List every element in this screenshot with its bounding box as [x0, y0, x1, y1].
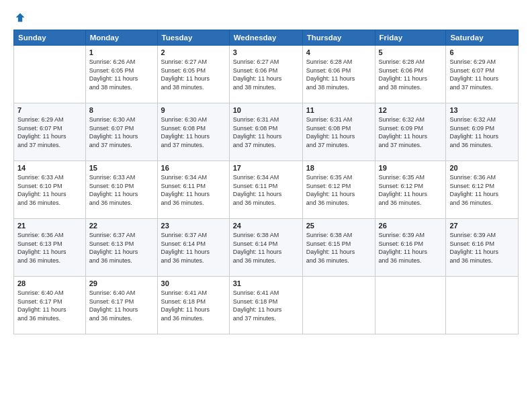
day-info: Sunrise: 6:36 AM Sunset: 6:12 PM Dayligh… — [449, 173, 515, 207]
day-info: Sunrise: 6:40 AM Sunset: 6:17 PM Dayligh… — [89, 289, 154, 322]
calendar-cell: 18Sunrise: 6:35 AM Sunset: 6:12 PM Dayli… — [302, 161, 375, 219]
calendar-cell: 11Sunrise: 6:31 AM Sunset: 6:08 PM Dayli… — [302, 103, 375, 161]
calendar: SundayMondayTuesdayWednesdayThursdayFrid… — [13, 30, 519, 334]
day-number: 2 — [161, 48, 226, 56]
calendar-cell: 4Sunrise: 6:28 AM Sunset: 6:06 PM Daylig… — [302, 46, 375, 103]
day-info: Sunrise: 6:37 AM Sunset: 6:13 PM Dayligh… — [89, 231, 154, 265]
logo-icon — [15, 12, 26, 23]
day-info: Sunrise: 6:26 AM Sunset: 6:05 PM Dayligh… — [89, 58, 154, 91]
calendar-cell — [446, 277, 519, 334]
day-info: Sunrise: 6:28 AM Sunset: 6:06 PM Dayligh… — [306, 58, 371, 91]
calendar-cell: 21Sunrise: 6:36 AM Sunset: 6:13 PM Dayli… — [14, 219, 86, 277]
weekday-header-thursday: Thursday — [302, 30, 375, 46]
week-row-2: 7Sunrise: 6:29 AM Sunset: 6:07 PM Daylig… — [14, 103, 519, 161]
day-info: Sunrise: 6:33 AM Sunset: 6:10 PM Dayligh… — [17, 173, 82, 207]
day-info: Sunrise: 6:35 AM Sunset: 6:12 PM Dayligh… — [306, 173, 371, 207]
calendar-cell — [14, 46, 86, 103]
week-row-1: 1Sunrise: 6:26 AM Sunset: 6:05 PM Daylig… — [14, 46, 519, 103]
weekday-header-wednesday: Wednesday — [229, 30, 302, 46]
day-info: Sunrise: 6:34 AM Sunset: 6:11 PM Dayligh… — [233, 173, 299, 207]
day-info: Sunrise: 6:39 AM Sunset: 6:16 PM Dayligh… — [379, 231, 443, 265]
calendar-cell: 7Sunrise: 6:29 AM Sunset: 6:07 PM Daylig… — [14, 103, 86, 161]
day-number: 1 — [89, 48, 154, 56]
calendar-cell: 12Sunrise: 6:32 AM Sunset: 6:09 PM Dayli… — [375, 103, 446, 161]
day-info: Sunrise: 6:31 AM Sunset: 6:08 PM Dayligh… — [233, 116, 299, 149]
weekday-header-row: SundayMondayTuesdayWednesdayThursdayFrid… — [14, 30, 519, 46]
day-info: Sunrise: 6:41 AM Sunset: 6:18 PM Dayligh… — [161, 289, 226, 322]
day-number: 21 — [17, 222, 82, 230]
logo — [13, 12, 26, 23]
logo-text — [13, 12, 26, 23]
day-info: Sunrise: 6:40 AM Sunset: 6:17 PM Dayligh… — [17, 289, 82, 322]
calendar-cell: 17Sunrise: 6:34 AM Sunset: 6:11 PM Dayli… — [229, 161, 302, 219]
day-number: 3 — [233, 48, 299, 56]
day-info: Sunrise: 6:31 AM Sunset: 6:08 PM Dayligh… — [306, 116, 371, 149]
calendar-cell: 16Sunrise: 6:34 AM Sunset: 6:11 PM Dayli… — [157, 161, 229, 219]
calendar-cell: 15Sunrise: 6:33 AM Sunset: 6:10 PM Dayli… — [85, 161, 157, 219]
calendar-cell: 13Sunrise: 6:32 AM Sunset: 6:09 PM Dayli… — [446, 103, 519, 161]
calendar-cell: 1Sunrise: 6:26 AM Sunset: 6:05 PM Daylig… — [85, 46, 157, 103]
day-info: Sunrise: 6:27 AM Sunset: 6:06 PM Dayligh… — [233, 58, 299, 91]
day-number: 6 — [449, 48, 515, 56]
calendar-cell — [302, 277, 375, 334]
day-info: Sunrise: 6:36 AM Sunset: 6:13 PM Dayligh… — [17, 231, 82, 265]
calendar-cell: 29Sunrise: 6:40 AM Sunset: 6:17 PM Dayli… — [85, 277, 157, 334]
week-row-3: 14Sunrise: 6:33 AM Sunset: 6:10 PM Dayli… — [14, 161, 519, 219]
calendar-cell: 10Sunrise: 6:31 AM Sunset: 6:08 PM Dayli… — [229, 103, 302, 161]
day-info: Sunrise: 6:32 AM Sunset: 6:09 PM Dayligh… — [379, 116, 443, 149]
day-number: 27 — [449, 222, 515, 230]
day-number: 16 — [161, 164, 226, 172]
day-number: 9 — [161, 106, 226, 114]
calendar-cell: 31Sunrise: 6:41 AM Sunset: 6:18 PM Dayli… — [229, 277, 302, 334]
calendar-cell: 20Sunrise: 6:36 AM Sunset: 6:12 PM Dayli… — [446, 161, 519, 219]
day-number: 12 — [379, 106, 443, 114]
calendar-cell: 2Sunrise: 6:27 AM Sunset: 6:05 PM Daylig… — [157, 46, 229, 103]
calendar-cell: 28Sunrise: 6:40 AM Sunset: 6:17 PM Dayli… — [14, 277, 86, 334]
day-number: 20 — [449, 164, 515, 172]
day-info: Sunrise: 6:29 AM Sunset: 6:07 PM Dayligh… — [17, 116, 82, 149]
weekday-header-monday: Monday — [85, 30, 157, 46]
day-info: Sunrise: 6:39 AM Sunset: 6:16 PM Dayligh… — [449, 231, 515, 265]
day-number: 18 — [306, 164, 371, 172]
calendar-cell: 25Sunrise: 6:38 AM Sunset: 6:15 PM Dayli… — [302, 219, 375, 277]
week-row-4: 21Sunrise: 6:36 AM Sunset: 6:13 PM Dayli… — [14, 219, 519, 277]
day-info: Sunrise: 6:28 AM Sunset: 6:06 PM Dayligh… — [379, 58, 443, 91]
day-info: Sunrise: 6:30 AM Sunset: 6:08 PM Dayligh… — [161, 116, 226, 149]
day-info: Sunrise: 6:37 AM Sunset: 6:14 PM Dayligh… — [161, 231, 226, 265]
day-info: Sunrise: 6:34 AM Sunset: 6:11 PM Dayligh… — [161, 173, 226, 207]
day-number: 19 — [379, 164, 443, 172]
day-number: 22 — [89, 222, 154, 230]
day-number: 4 — [306, 48, 371, 56]
week-row-5: 28Sunrise: 6:40 AM Sunset: 6:17 PM Dayli… — [14, 277, 519, 334]
calendar-cell: 5Sunrise: 6:28 AM Sunset: 6:06 PM Daylig… — [375, 46, 446, 103]
day-number: 25 — [306, 222, 371, 230]
day-info: Sunrise: 6:30 AM Sunset: 6:07 PM Dayligh… — [89, 116, 154, 149]
day-info: Sunrise: 6:33 AM Sunset: 6:10 PM Dayligh… — [89, 173, 154, 207]
day-info: Sunrise: 6:38 AM Sunset: 6:14 PM Dayligh… — [233, 231, 299, 265]
weekday-header-saturday: Saturday — [446, 30, 519, 46]
calendar-cell: 26Sunrise: 6:39 AM Sunset: 6:16 PM Dayli… — [375, 219, 446, 277]
calendar-cell: 9Sunrise: 6:30 AM Sunset: 6:08 PM Daylig… — [157, 103, 229, 161]
calendar-cell: 6Sunrise: 6:29 AM Sunset: 6:07 PM Daylig… — [446, 46, 519, 103]
calendar-cell: 14Sunrise: 6:33 AM Sunset: 6:10 PM Dayli… — [14, 161, 86, 219]
day-number: 15 — [89, 164, 154, 172]
day-info: Sunrise: 6:41 AM Sunset: 6:18 PM Dayligh… — [233, 289, 299, 322]
calendar-cell: 30Sunrise: 6:41 AM Sunset: 6:18 PM Dayli… — [157, 277, 229, 334]
day-number: 7 — [17, 106, 82, 114]
calendar-cell: 19Sunrise: 6:35 AM Sunset: 6:12 PM Dayli… — [375, 161, 446, 219]
day-number: 28 — [17, 279, 82, 287]
calendar-cell: 3Sunrise: 6:27 AM Sunset: 6:06 PM Daylig… — [229, 46, 302, 103]
day-info: Sunrise: 6:32 AM Sunset: 6:09 PM Dayligh… — [449, 116, 515, 149]
day-info: Sunrise: 6:35 AM Sunset: 6:12 PM Dayligh… — [379, 173, 443, 207]
day-number: 13 — [449, 106, 515, 114]
day-number: 26 — [379, 222, 443, 230]
weekday-header-sunday: Sunday — [14, 30, 86, 46]
day-number: 29 — [89, 279, 154, 287]
calendar-cell: 22Sunrise: 6:37 AM Sunset: 6:13 PM Dayli… — [85, 219, 157, 277]
page: SundayMondayTuesdayWednesdayThursdayFrid… — [0, 0, 532, 411]
header — [13, 12, 519, 23]
calendar-cell: 23Sunrise: 6:37 AM Sunset: 6:14 PM Dayli… — [157, 219, 229, 277]
day-number: 30 — [161, 279, 226, 287]
calendar-cell — [375, 277, 446, 334]
calendar-cell: 27Sunrise: 6:39 AM Sunset: 6:16 PM Dayli… — [446, 219, 519, 277]
